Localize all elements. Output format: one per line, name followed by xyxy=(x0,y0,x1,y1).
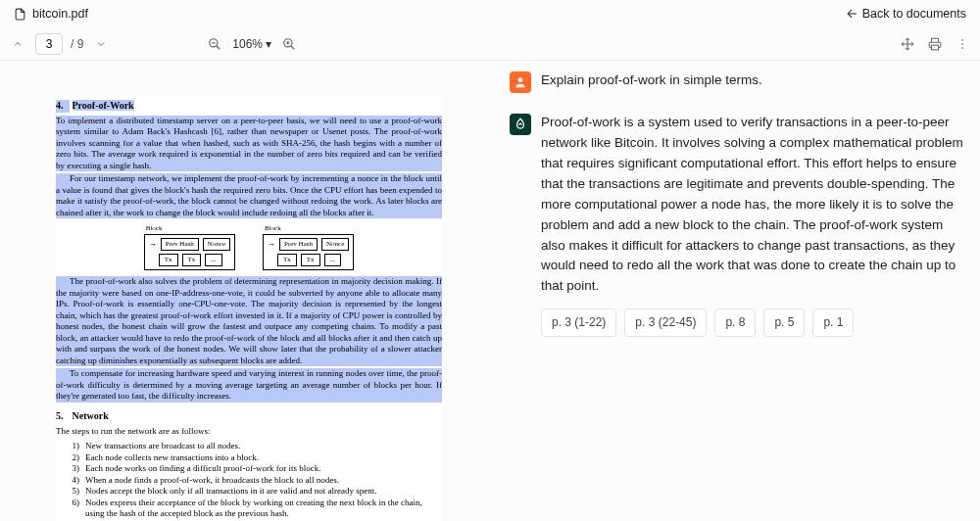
zoom-level-label[interactable]: 106% ▾ xyxy=(232,37,271,51)
network-intro: The steps to run the network are as foll… xyxy=(56,426,442,438)
back-to-documents-link[interactable]: Back to documents xyxy=(846,7,966,21)
tx-cell: Tx xyxy=(301,254,320,266)
svg-point-13 xyxy=(961,47,963,49)
print-button[interactable] xyxy=(925,34,945,54)
ai-message-text: Proof-of-work is a system used to verify… xyxy=(541,113,964,297)
tx-cell: Tx xyxy=(159,254,178,266)
ai-avatar xyxy=(510,114,531,135)
ref-chip[interactable]: p. 5 xyxy=(763,308,805,337)
block-label: Block xyxy=(265,224,281,233)
pdf-page: 4. Proof-of-Work To implement a distribu… xyxy=(56,96,442,521)
reference-chips: p. 3 (1-22) p. 3 (22-45) p. 8 p. 5 p. 1 xyxy=(541,308,964,337)
svg-point-11 xyxy=(961,38,963,40)
dots-cell: ... xyxy=(205,254,221,266)
section-4-paragraph-2: For our timestamp network, we implement … xyxy=(56,173,442,218)
document-viewer[interactable]: 4. Proof-of-Work To implement a distribu… xyxy=(0,61,498,521)
ai-message: Proof-of-work is a system used to verify… xyxy=(510,113,964,337)
section-4-paragraph-1: To implement a distributed timestamp ser… xyxy=(56,116,442,172)
ref-chip[interactable]: p. 3 (22-45) xyxy=(624,308,707,337)
prev-hash-cell: Prev Hash xyxy=(279,238,318,251)
user-message-text: Explain proof-of-work in simple terms. xyxy=(541,71,964,93)
tx-cell: Tx xyxy=(182,254,202,266)
file-icon xyxy=(14,7,26,22)
prev-hash-cell: Prev Hash xyxy=(161,238,199,251)
section-4-paragraph-3: The proof-of-work also solves the proble… xyxy=(56,276,442,366)
dots-cell: ... xyxy=(324,254,341,266)
file-name: bitcoin.pdf xyxy=(32,7,88,21)
ref-chip[interactable]: p. 3 (1-22) xyxy=(541,308,616,337)
nonce-cell: Nonce xyxy=(321,238,349,251)
nonce-cell: Nonce xyxy=(203,238,230,251)
block-label: Block xyxy=(146,224,163,233)
svg-point-14 xyxy=(518,77,523,82)
page-total-label: / 9 xyxy=(71,37,83,51)
network-steps-list: 1)New transactions are broadcast to all … xyxy=(68,441,442,520)
ref-chip[interactable]: p. 1 xyxy=(812,308,854,337)
svg-line-2 xyxy=(217,45,220,49)
ref-chip[interactable]: p. 8 xyxy=(714,308,756,337)
zoom-out-button[interactable] xyxy=(205,34,224,54)
user-message: Explain proof-of-work in simple terms. xyxy=(510,71,964,93)
svg-rect-10 xyxy=(932,45,939,50)
block-diagram: Block →Prev HashNonce TxTx... Block →Pre… xyxy=(56,224,442,270)
user-avatar xyxy=(510,71,531,93)
section-4-paragraph-4: To compensate for increasing hardware sp… xyxy=(56,368,442,403)
chat-panel: Explain proof-of-work in simple terms. P… xyxy=(498,61,980,521)
zoom-in-button[interactable] xyxy=(279,34,299,54)
tx-cell: Tx xyxy=(277,254,297,266)
next-page-button[interactable] xyxy=(91,34,111,54)
back-label: Back to documents xyxy=(862,7,966,21)
prev-page-button[interactable] xyxy=(8,34,27,54)
move-tool-button[interactable] xyxy=(898,34,917,54)
back-arrow-icon xyxy=(846,8,858,21)
titlebar: bitcoin.pdf Back to documents xyxy=(0,0,980,27)
pdf-toolbar: / 9 106% ▾ xyxy=(0,27,980,61)
page-number-input[interactable] xyxy=(35,33,63,55)
svg-line-5 xyxy=(291,45,295,49)
more-menu-button[interactable] xyxy=(953,34,972,54)
section-5-heading: 5. Network xyxy=(56,410,442,423)
section-4-heading: 4. Proof-of-Work xyxy=(56,100,442,113)
svg-point-12 xyxy=(961,43,963,45)
